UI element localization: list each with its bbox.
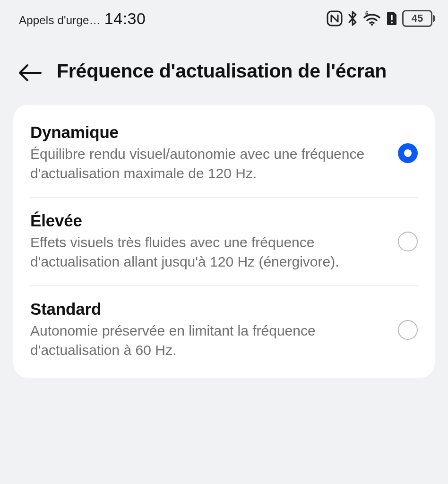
svg-point-4 <box>391 22 393 24</box>
page-title: Fréquence d'actualisation de l'écran <box>57 59 387 83</box>
wifi-6-icon: 6 <box>362 11 381 26</box>
option-high[interactable]: Élevée Effets visuels très fluides avec … <box>13 197 435 285</box>
nfc-icon <box>327 10 343 26</box>
bluetooth-icon <box>347 10 358 26</box>
radio-unselected-icon <box>398 320 418 340</box>
option-desc: Équilibre rendu visuel/autonomie avec un… <box>30 145 389 183</box>
status-left: Appels d'urge… 14:30 <box>19 9 146 28</box>
battery-icon: 45 <box>402 10 435 27</box>
option-title: Dynamique <box>30 123 389 142</box>
back-button[interactable] <box>17 59 43 84</box>
sim-alert-icon <box>386 11 397 26</box>
page-header: Fréquence d'actualisation de l'écran <box>0 30 448 97</box>
battery-level: 45 <box>412 12 423 25</box>
carrier-label: Appels d'urge… <box>19 14 101 27</box>
option-desc: Autonomie préservée en limitant la fréqu… <box>30 321 389 360</box>
radio-selected-icon <box>398 143 418 163</box>
option-dynamic[interactable]: Dynamique Équilibre rendu visuel/autonom… <box>13 109 435 197</box>
option-title: Élevée <box>30 211 389 230</box>
status-bar: Appels d'urge… 14:30 6 <box>0 0 448 30</box>
option-title: Standard <box>30 300 389 319</box>
option-standard[interactable]: Standard Autonomie préservée en limitant… <box>13 285 435 374</box>
arrow-left-icon <box>17 63 43 82</box>
radio-unselected-icon <box>398 232 418 251</box>
option-desc: Effets visuels très fluides avec une fré… <box>30 233 389 271</box>
options-card: Dynamique Équilibre rendu visuel/autonom… <box>13 105 435 378</box>
clock: 14:30 <box>104 9 146 28</box>
svg-point-2 <box>371 24 373 26</box>
svg-rect-3 <box>391 15 392 20</box>
status-right: 6 45 <box>327 10 435 27</box>
